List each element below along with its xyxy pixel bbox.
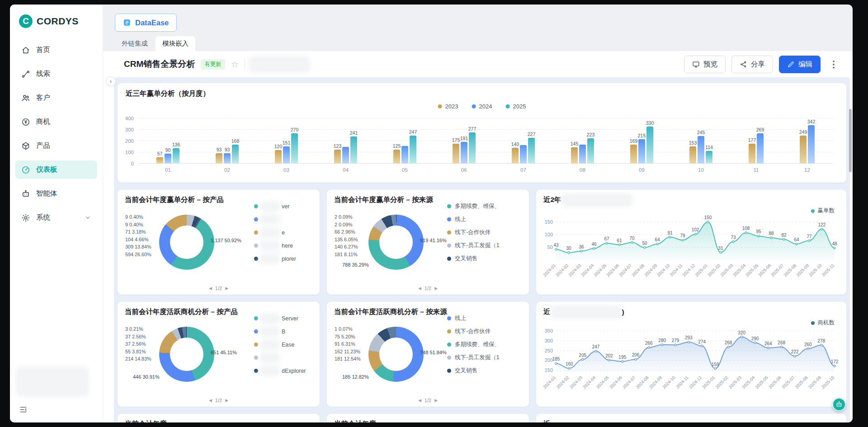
bar-2023[interactable]: 123: [334, 150, 341, 164]
donut-main-label: 651 45.11%: [211, 350, 237, 355]
bar-2024[interactable]: 215: [638, 139, 645, 164]
legend-item[interactable]: Server: [254, 315, 306, 321]
prev-page-arrow[interactable]: ◀: [418, 286, 421, 291]
bar-2023[interactable]: 177: [749, 144, 755, 164]
next-page-arrow[interactable]: ▶: [225, 286, 228, 291]
next-page-arrow[interactable]: ▶: [434, 286, 438, 291]
bar-2025[interactable]: 227: [528, 138, 535, 164]
legend-item[interactable]: [254, 216, 296, 222]
bar-2024[interactable]: 151: [283, 146, 290, 164]
legend-item[interactable]: e: [254, 230, 296, 235]
legend-item[interactable]: 2023: [438, 103, 458, 110]
blurred-legend-text: [262, 355, 278, 361]
legend-label: 交叉销售: [455, 255, 477, 263]
preview-button-label: 预览: [703, 60, 717, 69]
bar-2025[interactable]: 136: [173, 148, 179, 164]
bar-2024[interactable]: [579, 145, 586, 164]
legend-dot: [447, 230, 451, 235]
x-axis-tick: 03: [283, 167, 289, 173]
bar-2023[interactable]: 93: [216, 153, 222, 164]
share-button[interactable]: 分享: [731, 56, 773, 73]
collapse-sidebar-button[interactable]: [17, 404, 29, 417]
favorite-star-icon[interactable]: ☆: [231, 60, 239, 69]
prev-page-arrow[interactable]: ◀: [209, 286, 212, 291]
dataease-button[interactable]: DataEase: [115, 14, 177, 32]
preview-button[interactable]: 预览: [684, 56, 726, 73]
next-page-arrow[interactable]: ▶: [434, 398, 438, 403]
bar-2025[interactable]: 223: [587, 138, 594, 164]
next-page-arrow[interactable]: ▶: [225, 398, 228, 403]
sidebar-item-home[interactable]: 首页: [15, 41, 97, 59]
expand-panel-handle[interactable]: ›: [106, 76, 116, 86]
bar-2024[interactable]: 90: [165, 154, 171, 164]
legend-item[interactable]: 线下-合作伙伴: [447, 230, 500, 235]
legend-item[interactable]: 线上: [447, 315, 500, 321]
svg-text:2024-11: 2024-11: [675, 375, 689, 389]
home-icon: [21, 46, 30, 55]
legend-item[interactable]: plorer: [254, 256, 296, 262]
bar-2023[interactable]: 140: [512, 148, 519, 164]
assistant-floating-button[interactable]: [832, 398, 846, 411]
legend-item[interactable]: here: [254, 243, 296, 249]
sidebar-item-system-gear[interactable]: 系统: [15, 208, 97, 227]
bar-2023[interactable]: 169: [630, 145, 637, 164]
legend-item[interactable]: 多期续费、维保、: [447, 342, 500, 347]
legend-item[interactable]: dExplorer: [254, 368, 306, 374]
more-options-icon[interactable]: ⋮: [826, 59, 841, 70]
legend-item[interactable]: 线下-员工发掘（1: [447, 355, 500, 361]
edit-button[interactable]: 编辑: [779, 56, 821, 73]
svg-text:2024-11: 2024-11: [669, 263, 683, 277]
prev-page-arrow[interactable]: ◀: [209, 398, 212, 403]
sidebar-item-products[interactable]: 产品: [15, 136, 97, 155]
bar-2025[interactable]: 270: [291, 133, 298, 164]
bar-2023[interactable]: 249: [800, 136, 807, 164]
bar-2023[interactable]: 145: [571, 147, 578, 164]
sidebar-item-customers[interactable]: 客户: [15, 89, 97, 107]
legend-item[interactable]: 线下-员工发掘（1: [447, 243, 500, 249]
bar-2025[interactable]: 241: [350, 136, 357, 164]
legend-item[interactable]: B: [254, 328, 306, 334]
bar-2024[interactable]: 93: [224, 153, 231, 164]
bar-2024[interactable]: 269: [757, 133, 764, 164]
bar-2023[interactable]: 175: [453, 144, 459, 164]
prev-page-arrow[interactable]: ◀: [418, 398, 421, 403]
bar-2024[interactable]: 245: [698, 136, 704, 164]
bar-2024[interactable]: [401, 146, 408, 164]
bar-2025[interactable]: 114: [706, 151, 712, 164]
sidebar-item-agent[interactable]: 智能体: [15, 184, 97, 203]
sidebar-item-leads[interactable]: 线索: [15, 65, 97, 83]
bar-2023[interactable]: 57: [156, 157, 163, 164]
bar-2023[interactable]: 120: [275, 150, 282, 164]
legend-item[interactable]: 2025: [505, 103, 526, 110]
legend-item[interactable]: 交叉销售: [447, 368, 500, 374]
bar-2024[interactable]: [342, 147, 349, 164]
bar-2024[interactable]: [520, 145, 527, 164]
legend-item[interactable]: 交叉销售: [447, 256, 500, 262]
bar-2023[interactable]: 153: [689, 146, 696, 164]
bar-2023[interactable]: 125: [393, 150, 400, 164]
svg-text:268: 268: [725, 340, 732, 345]
sidebar-item-dashboard[interactable]: 仪表板: [15, 160, 97, 179]
sidebar-item-opportunities[interactable]: 商机: [15, 113, 97, 131]
legend-item[interactable]: Ease: [254, 342, 306, 347]
bar-2025[interactable]: 330: [646, 127, 653, 164]
svg-text:350: 350: [545, 328, 553, 333]
svg-text:2025-01: 2025-01: [694, 263, 708, 277]
legend-item[interactable]: 多期续费、维保、: [447, 203, 500, 209]
bar-2024[interactable]: 191: [461, 142, 467, 164]
bar-2025[interactable]: 277: [469, 132, 476, 164]
legend-item[interactable]: [254, 355, 306, 361]
legend-item[interactable]: 2024: [472, 103, 492, 110]
scrollbar[interactable]: [849, 109, 852, 172]
tab-module-embed[interactable]: 模块嵌入: [156, 36, 195, 51]
y-axis-tick: 0: [131, 161, 134, 166]
slice-label: 2 0.09%: [335, 213, 358, 221]
legend-item[interactable]: 线上: [447, 216, 500, 222]
legend-item[interactable]: 线下-合作伙伴: [447, 328, 500, 334]
legend-item[interactable]: ver: [254, 203, 296, 209]
bar-2024[interactable]: 342: [808, 125, 815, 164]
tab-external-link[interactable]: 外链集成: [115, 36, 155, 51]
bar-2025[interactable]: 168: [232, 145, 239, 164]
bar-2025[interactable]: 247: [410, 136, 416, 164]
svg-text:293: 293: [685, 335, 693, 340]
